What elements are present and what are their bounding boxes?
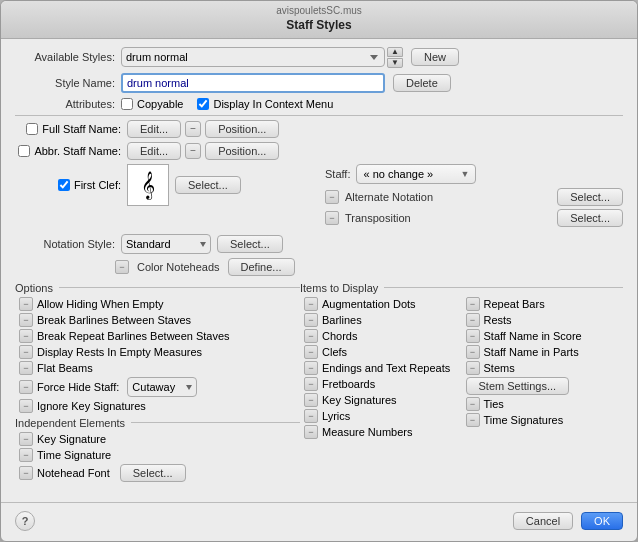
abbr-staff-minus[interactable]: −	[185, 143, 201, 159]
full-staff-minus[interactable]: −	[185, 121, 201, 137]
context-menu-checkbox-item[interactable]: Display In Context Menu	[197, 98, 333, 110]
notation-style-row: Notation Style: Standard Select...	[15, 234, 623, 254]
cancel-button[interactable]: Cancel	[513, 512, 573, 530]
notation-style-select[interactable]: Standard	[121, 234, 211, 254]
first-clef-checkbox-item[interactable]: First Clef:	[15, 179, 121, 191]
break-barlines-btn[interactable]: −	[19, 313, 33, 327]
copyable-checkbox-item[interactable]: Copyable	[121, 98, 183, 110]
independent-elements-title: Independent Elements	[15, 417, 300, 429]
staff-dropdown[interactable]: « no change » ▼	[356, 164, 476, 184]
options-column: Options − Allow Hiding When Empty − Brea…	[15, 282, 300, 484]
staff-value: « no change »	[363, 168, 433, 180]
allow-hiding-btn[interactable]: −	[19, 297, 33, 311]
content-area: Available Styles: drum normal ▲ ▼ New St…	[1, 39, 637, 502]
ok-button[interactable]: OK	[581, 512, 623, 530]
staff-label: Staff:	[325, 168, 350, 180]
first-clef-select-button[interactable]: Select...	[175, 176, 241, 194]
key-sig-btn[interactable]: −	[19, 432, 33, 446]
define-button[interactable]: Define...	[228, 258, 295, 276]
abbr-staff-name-label: Abbr. Staff Name:	[34, 145, 121, 157]
available-styles-label: Available Styles:	[15, 51, 115, 63]
notation-style-select-btn[interactable]: Select...	[217, 235, 283, 253]
alt-notation-minus[interactable]: −	[325, 190, 339, 204]
abbr-staff-position-button[interactable]: Position...	[205, 142, 279, 160]
context-menu-checkbox[interactable]	[197, 98, 209, 110]
style-name-label: Style Name:	[15, 77, 115, 89]
full-staff-name-checkbox-item[interactable]: Full Staff Name:	[15, 123, 121, 135]
abbr-staff-name-checkbox-item[interactable]: Abbr. Staff Name:	[15, 145, 121, 157]
item-barlines: −Barlines	[300, 313, 462, 327]
item-lyrics: −Lyrics	[300, 409, 462, 423]
title-bar: avispouletsSC.mus Staff Styles	[1, 1, 637, 39]
full-staff-edit-group: Edit... − Position...	[127, 120, 279, 138]
full-staff-name-row: Full Staff Name: Edit... − Position...	[15, 120, 623, 138]
first-clef-section: First Clef: 𝄞 Select...	[15, 164, 313, 206]
help-button[interactable]: ?	[15, 511, 35, 531]
independent-elements-section: Independent Elements − Key Signature − T…	[15, 417, 300, 482]
color-noteheads-row: − Color Noteheads Define...	[15, 258, 623, 276]
item-chords: −Chords	[300, 329, 462, 343]
new-button[interactable]: New	[411, 48, 459, 66]
first-clef-checkbox[interactable]	[58, 179, 70, 191]
window-title: Staff Styles	[1, 17, 637, 34]
item-repeat-bars: −Repeat Bars	[462, 297, 624, 311]
force-hide-select[interactable]: Cutaway	[127, 377, 197, 397]
transposition-minus[interactable]: −	[325, 211, 339, 225]
available-styles-select[interactable]: drum normal	[121, 47, 385, 67]
option-ignore-key: − Ignore Key Signatures	[15, 399, 300, 413]
item-time-sigs: −Time Signatures	[462, 413, 624, 427]
indep-notehead-font: − Notehead Font Select...	[15, 464, 300, 482]
items-col1: −Augmentation Dots −Barlines −Chords −Cl…	[300, 297, 462, 441]
right-staff-section: Staff: « no change » ▼ − Alternate Notat…	[313, 164, 623, 230]
full-staff-edit-button[interactable]: Edit...	[127, 120, 181, 138]
items-grid: −Augmentation Dots −Barlines −Chords −Cl…	[300, 297, 623, 441]
item-staff-score: −Staff Name in Score	[462, 329, 624, 343]
abbr-staff-name-checkbox[interactable]	[18, 145, 30, 157]
transposition-select-button[interactable]: Select...	[557, 209, 623, 227]
force-hide-btn[interactable]: −	[19, 380, 33, 394]
delete-button[interactable]: Delete	[393, 74, 451, 92]
option-break-barlines: − Break Barlines Between Staves	[15, 313, 300, 327]
style-name-input[interactable]	[121, 73, 385, 93]
window-subtitle: avispouletsSC.mus	[1, 5, 637, 17]
indep-time-sig: − Time Signature	[15, 448, 300, 462]
full-staff-position-button[interactable]: Position...	[205, 120, 279, 138]
context-menu-label: Display In Context Menu	[213, 98, 333, 110]
time-sig-btn[interactable]: −	[19, 448, 33, 462]
available-styles-stepper: ▲ ▼	[387, 47, 403, 68]
abbr-staff-edit-button[interactable]: Edit...	[127, 142, 181, 160]
attributes-row: Attributes: Copyable Display In Context …	[15, 98, 623, 110]
available-styles-row: Available Styles: drum normal ▲ ▼ New	[15, 47, 623, 68]
ignore-key-btn[interactable]: −	[19, 399, 33, 413]
full-staff-name-checkbox[interactable]	[26, 123, 38, 135]
item-staff-parts: −Staff Name in Parts	[462, 345, 624, 359]
item-endings: −Endings and Text Repeats	[300, 361, 462, 375]
option-flat-beams: − Flat Beams	[15, 361, 300, 375]
notehead-font-select-button[interactable]: Select...	[120, 464, 186, 482]
attributes-label: Attributes:	[15, 98, 115, 110]
item-stems: −Stems	[462, 361, 624, 375]
item-clefs: −Clefs	[300, 345, 462, 359]
items-to-display-title: Items to Display	[300, 282, 623, 294]
item-fretboards: −Fretboards	[300, 377, 462, 391]
color-noteheads-minus[interactable]: −	[115, 260, 129, 274]
item-rests: −Rests	[462, 313, 624, 327]
abbr-staff-name-row: Abbr. Staff Name: Edit... − Position...	[15, 142, 623, 160]
stem-settings-button[interactable]: Stem Settings...	[466, 377, 570, 395]
stepper-up[interactable]: ▲	[387, 47, 403, 57]
staff-styles-window: avispouletsSC.mus Staff Styles Available…	[0, 0, 638, 542]
notehead-font-btn[interactable]: −	[19, 466, 33, 480]
flat-beams-btn[interactable]: −	[19, 361, 33, 375]
alt-notation-select-button[interactable]: Select...	[557, 188, 623, 206]
item-measure-numbers: −Measure Numbers	[300, 425, 462, 439]
option-force-hide: − Force Hide Staff: Cutaway	[15, 377, 300, 397]
display-rests-btn[interactable]: −	[19, 345, 33, 359]
copyable-checkbox[interactable]	[121, 98, 133, 110]
item-ties: −Ties	[462, 397, 624, 411]
stepper-down[interactable]: ▼	[387, 58, 403, 68]
abbr-staff-edit-group: Edit... − Position...	[127, 142, 279, 160]
copyable-label: Copyable	[137, 98, 183, 110]
two-col-area: Options − Allow Hiding When Empty − Brea…	[15, 282, 623, 484]
break-repeat-btn[interactable]: −	[19, 329, 33, 343]
notation-style-label: Notation Style:	[15, 238, 115, 250]
